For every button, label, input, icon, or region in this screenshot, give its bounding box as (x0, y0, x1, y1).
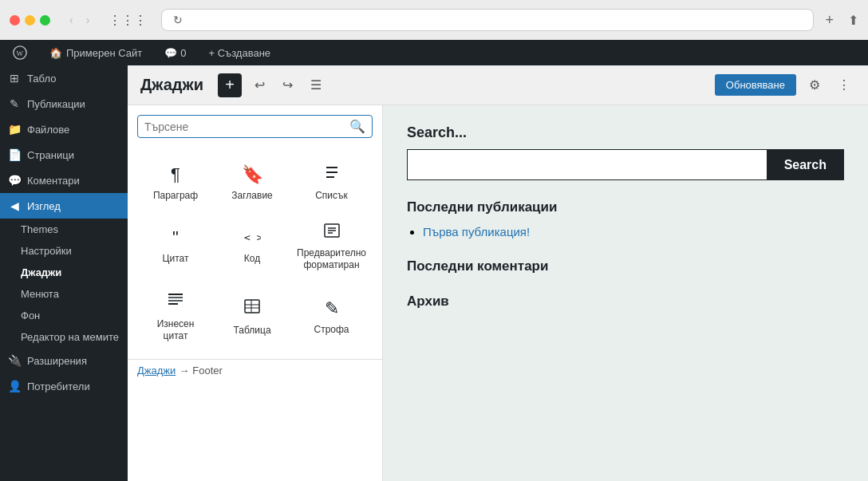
sidebar-item-label: Разширения (27, 355, 87, 367)
dashboard-icon: ⊞ (8, 72, 21, 85)
recent-comments-widget: Последни коментари (407, 258, 844, 274)
share-button[interactable]: ⬆ (848, 13, 858, 28)
recent-posts-widget: Последни публикации Първа публикация! (407, 199, 844, 239)
sidebar-item-extensions[interactable]: 🔌 Разширения (0, 348, 128, 373)
recent-comments-title: Последни коментари (407, 258, 844, 274)
add-block-button[interactable]: + (218, 73, 242, 97)
sidebar-item-pages[interactable]: 📄 Страници (0, 142, 128, 168)
block-label: Предварително форматиран (297, 247, 366, 272)
sidebar-item-dashboard[interactable]: ⊞ Табло (0, 65, 128, 91)
sidebar-item-background[interactable]: Фон (0, 305, 128, 326)
page-title: Джаджи (140, 76, 203, 94)
block-label: Списък (315, 190, 348, 203)
grid-button[interactable]: ⋮⋮⋮ (102, 10, 153, 31)
block-item-heading[interactable]: 🔖 Заглавие (214, 154, 290, 212)
back-button[interactable]: ‹ (65, 10, 78, 30)
block-item-quote[interactable]: " Цитат (137, 212, 214, 282)
sidebar-item-widgets[interactable]: Джаджи (0, 262, 128, 283)
search-icon-button[interactable]: 🔍 (349, 119, 365, 134)
refresh-button[interactable]: ↻ (173, 14, 183, 26)
block-label: Изнесен цитат (144, 318, 207, 343)
sidebar-item-themes[interactable]: Themes (0, 219, 128, 240)
extensions-icon: 🔌 (8, 354, 21, 367)
publications-icon: ✎ (8, 97, 21, 110)
forward-button[interactable]: › (81, 10, 95, 30)
comments-count: 0 (180, 47, 186, 59)
home-icon: 🏠 (49, 47, 62, 59)
recent-posts-title: Последни публикации (407, 199, 844, 215)
breadcrumb-widgets-link[interactable]: Джаджи (137, 365, 176, 377)
settings-button[interactable]: ⚙ (804, 74, 825, 96)
sidebar-item-settings[interactable]: Настройки (0, 240, 128, 262)
archive-title: Архив (407, 294, 844, 309)
wp-sidebar: ⊞ Табло ✎ Публикации 📁 Файлове 📄 Страниц… (0, 65, 128, 481)
pullquote-icon (167, 291, 184, 313)
widgets-header: Джаджи + ↩ ↪ ☰ Обновяване ⚙ ⋮ (128, 65, 868, 105)
update-button[interactable]: Обновяване (715, 74, 796, 96)
view-icon: ◀ (8, 199, 21, 212)
block-item-preformatted[interactable]: Предварително форматиран (290, 212, 373, 282)
list-view-button[interactable]: ☰ (306, 74, 326, 96)
fullscreen-traffic-light[interactable] (40, 15, 50, 26)
preview-area: Search... Search Последни публикации Пър… (383, 105, 868, 481)
search-widget: Search... Search (407, 124, 844, 180)
minimize-traffic-light[interactable] (25, 15, 35, 26)
site-name-label: Примерен Сайт (66, 47, 142, 59)
verse-icon: ✎ (325, 298, 339, 319)
sidebar-item-comments[interactable]: 💬 Коментари (0, 168, 128, 193)
sidebar-item-view[interactable]: ◀ Изглед (0, 193, 128, 219)
search-widget-button[interactable]: Search (767, 149, 844, 180)
admin-bar-create[interactable]: + Създаване (203, 40, 275, 65)
block-item-paragraph[interactable]: ¶ Параграф (137, 154, 214, 212)
block-item-verse[interactable]: ✎ Строфа (290, 282, 373, 353)
wp-content: Джаджи + ↩ ↪ ☰ Обновяване ⚙ ⋮ 🔍 ¶ (128, 65, 868, 481)
sidebar-item-menus[interactable]: Менюта (0, 283, 128, 305)
sidebar-item-label: Табло (27, 73, 56, 85)
block-item-pullquote[interactable]: Изнесен цитат (137, 282, 214, 353)
search-widget-label: Search... (407, 124, 844, 141)
close-traffic-light[interactable] (10, 15, 20, 26)
create-label: + Създаване (208, 47, 270, 59)
block-item-table[interactable]: Таблица (214, 282, 290, 353)
code-icon: < > (243, 228, 261, 248)
undo-button[interactable]: ↩ (250, 74, 270, 96)
wp-logo-icon: W (13, 45, 27, 60)
search-widget-input[interactable] (407, 149, 767, 180)
url-bar[interactable]: ↻ (161, 9, 814, 31)
block-label: Строфа (314, 324, 349, 337)
search-input[interactable] (144, 120, 349, 133)
traffic-lights (10, 15, 50, 26)
files-icon: 📁 (8, 123, 21, 136)
archive-widget: Архив (407, 294, 844, 309)
sidebar-item-files[interactable]: 📁 Файлове (0, 116, 128, 142)
new-tab-button[interactable]: + (822, 12, 837, 29)
sidebar-item-label: Коментари (27, 175, 80, 187)
block-item-list[interactable]: Списък (290, 154, 373, 212)
search-widget-row: Search (407, 149, 844, 180)
admin-bar-comments[interactable]: 💬 0 (160, 40, 191, 65)
paragraph-icon: ¶ (171, 164, 180, 185)
sidebar-item-publications[interactable]: ✎ Публикации (0, 91, 128, 116)
sidebar-item-users[interactable]: 👤 Потребители (0, 373, 128, 399)
svg-text:< >: < > (244, 231, 261, 243)
breadcrumb-footer: Footer (192, 365, 223, 377)
breadcrumb-separator: → (179, 365, 189, 377)
recent-posts-list: Първа публикация! (407, 225, 844, 239)
wp-logo-item[interactable]: W (8, 40, 32, 65)
block-label: Код (244, 253, 260, 266)
block-label: Параграф (153, 190, 198, 203)
widgets-body: 🔍 ¶ Параграф 🔖 Заглавие (128, 105, 868, 481)
list-item: Първа публикация! (423, 225, 844, 239)
wp-layout: ⊞ Табло ✎ Публикации 📁 Файлове 📄 Страниц… (0, 65, 868, 481)
recent-post-link[interactable]: Първа публикация! (423, 225, 530, 239)
admin-bar-site[interactable]: 🏠 Примерен Сайт (45, 40, 147, 65)
comments-icon: 💬 (164, 47, 177, 59)
more-options-button[interactable]: ⋮ (833, 74, 855, 96)
sidebar-item-template-editor[interactable]: Редактор на мемите (0, 326, 128, 348)
block-item-code[interactable]: < > Код (214, 212, 290, 282)
search-box[interactable]: 🔍 (137, 115, 373, 138)
sidebar-item-label: Публикации (27, 98, 85, 110)
comments-sidebar-icon: 💬 (8, 174, 21, 187)
block-inserter: 🔍 ¶ Параграф 🔖 Заглавие (128, 105, 383, 481)
redo-button[interactable]: ↪ (278, 74, 298, 96)
